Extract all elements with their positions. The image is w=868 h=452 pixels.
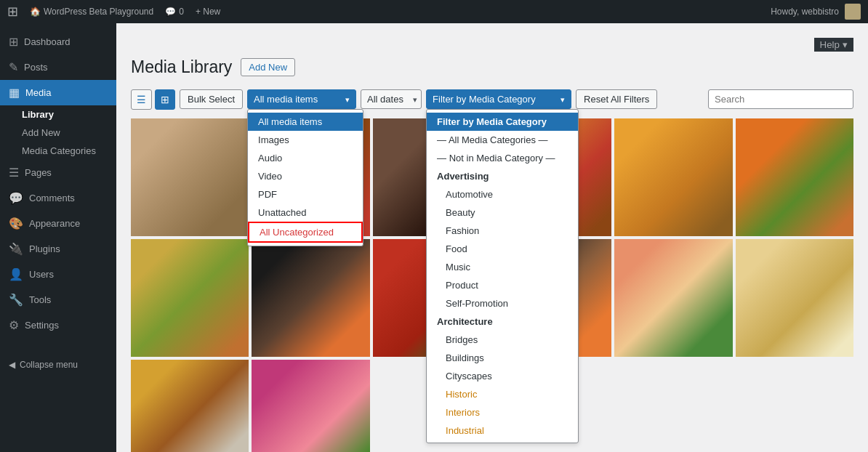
all-media-filter-wrapper: All media items All media items Images A… [247, 89, 356, 109]
top-help-area: Help ▾ [131, 38, 853, 52]
admin-bar-new[interactable]: + New [196, 7, 220, 17]
toolbar: ☰ ⊞ Bulk Select All media items All medi… [131, 89, 853, 110]
settings-icon: ⚙ [9, 318, 19, 332]
view-toggle-group: ☰ ⊞ [131, 89, 175, 110]
list-item[interactable] [131, 360, 249, 452]
thumbnail [252, 360, 369, 452]
sidebar-item-tools[interactable]: 🔧 Tools [0, 287, 116, 312]
cat-item-not-in-cat[interactable]: — Not in Media Category — [427, 149, 578, 167]
add-new-button[interactable]: Add New [241, 58, 295, 76]
list-item[interactable] [736, 118, 853, 236]
list-item[interactable] [252, 239, 369, 357]
thumbnail [736, 239, 853, 357]
comments-icon: 💬 [165, 7, 176, 17]
thumbnail [614, 239, 732, 357]
cat-item-cityscapes[interactable]: Cityscapes [427, 367, 578, 385]
dd-item-images[interactable]: Images [248, 131, 363, 149]
sidebar-item-users[interactable]: 👤 Users [0, 262, 116, 287]
cat-item-food[interactable]: Food [427, 240, 578, 258]
help-button[interactable]: Help ▾ [814, 38, 853, 52]
sidebar-sub-library[interactable]: Library [0, 105, 116, 124]
thumbnail [131, 118, 249, 236]
admin-bar-site[interactable]: 🏠 WordPress Beta Playground [30, 7, 153, 17]
category-filter-button[interactable]: Filter by Media Category [426, 89, 571, 109]
dd-item-all-media[interactable]: All media items [248, 113, 363, 131]
sidebar: ⊞ Dashboard ✎ Posts ▦ Media Library Add … [0, 23, 116, 452]
search-input[interactable] [708, 89, 853, 109]
users-icon: 👤 [9, 267, 23, 281]
admin-bar: ⊞ 🏠 WordPress Beta Playground 💬 0 + New … [0, 0, 868, 23]
comments-sidebar-icon: 💬 [9, 191, 23, 205]
all-media-dropdown: All media items Images Audio Video PDF U… [247, 109, 363, 246]
admin-bar-right: Howdy, webbistro [771, 4, 861, 20]
main-content: Help ▾ Media Library Add New ☰ ⊞ Bulk Se… [116, 23, 868, 452]
home-icon: 🏠 [30, 7, 41, 17]
list-view-button[interactable]: ☰ [131, 89, 152, 110]
dashboard-icon: ⊞ [9, 35, 18, 49]
cat-item-industrial[interactable]: Industrial [427, 421, 578, 440]
cat-item-fashion[interactable]: Fashion [427, 222, 578, 240]
dd-item-all-uncategorized[interactable]: All Uncategorized [248, 222, 363, 243]
cat-item-automotive[interactable]: Automotive [427, 185, 578, 203]
bulk-select-button[interactable]: Bulk Select [180, 89, 243, 109]
list-item[interactable] [614, 239, 732, 357]
sidebar-item-settings[interactable]: ⚙ Settings [0, 312, 116, 338]
dd-item-audio[interactable]: Audio [248, 149, 363, 167]
page-header: Media Library Add New [131, 57, 853, 78]
list-item[interactable] [131, 118, 249, 236]
posts-icon: ✎ [9, 60, 18, 74]
avatar [845, 4, 861, 20]
cat-item-product[interactable]: Product [427, 276, 578, 294]
collapse-menu[interactable]: ◀ Collapse menu [0, 352, 116, 377]
cat-item-all-cats[interactable]: — All Media Categories — [427, 131, 578, 149]
sidebar-item-appearance[interactable]: 🎨 Appearance [0, 211, 116, 236]
admin-bar-comments[interactable]: 💬 0 [165, 7, 184, 17]
list-item[interactable] [614, 118, 732, 236]
sidebar-sub-media-categories[interactable]: Media Categories [0, 142, 116, 160]
wp-logo-icon[interactable]: ⊞ [7, 4, 18, 20]
sidebar-item-media[interactable]: ▦ Media [0, 80, 116, 105]
cat-item-header[interactable]: Filter by Media Category [427, 113, 578, 131]
cat-item-architecture[interactable]: Architecture [427, 312, 578, 331]
thumbnail [736, 118, 853, 236]
sidebar-item-pages[interactable]: ☰ Pages [0, 160, 116, 185]
cat-item-buildings[interactable]: Buildings [427, 349, 578, 367]
dd-item-pdf[interactable]: PDF [248, 185, 363, 203]
sidebar-sub-add-new[interactable]: Add New [0, 124, 116, 142]
cat-item-beauty[interactable]: Beauty [427, 203, 578, 222]
list-item[interactable] [131, 239, 249, 357]
all-dates-filter-wrapper: All dates [361, 89, 422, 109]
cat-item-historic[interactable]: Historic [427, 385, 578, 403]
sidebar-item-plugins[interactable]: 🔌 Plugins [0, 236, 116, 262]
collapse-icon: ◀ [9, 360, 15, 370]
all-media-dropdown-button[interactable]: All media items [247, 89, 356, 109]
appearance-icon: 🎨 [9, 217, 23, 230]
cat-item-advertising[interactable]: Advertising [427, 167, 578, 185]
category-dropdown: Filter by Media Category — All Media Cat… [426, 109, 579, 443]
reset-filters-button[interactable]: Reset All Filters [576, 89, 657, 109]
help-chevron-icon: ▾ [843, 39, 848, 50]
thumbnail [131, 239, 249, 357]
sidebar-item-posts[interactable]: ✎ Posts [0, 55, 116, 80]
sidebar-item-dashboard[interactable]: ⊞ Dashboard [0, 29, 116, 55]
list-item[interactable] [736, 239, 853, 357]
list-item[interactable] [252, 360, 369, 452]
tools-icon: 🔧 [9, 293, 23, 307]
dd-item-video[interactable]: Video [248, 167, 363, 185]
dd-item-unattached[interactable]: Unattached [248, 203, 363, 222]
cat-item-bridges[interactable]: Bridges [427, 331, 578, 349]
category-filter-wrapper: Filter by Media Category Filter by Media… [426, 89, 571, 109]
layout: ⊞ Dashboard ✎ Posts ▦ Media Library Add … [0, 23, 868, 452]
cat-item-interiors[interactable]: Interiors [427, 403, 578, 421]
cat-item-music[interactable]: Music [427, 258, 578, 276]
thumbnail [252, 239, 369, 357]
pages-icon: ☰ [9, 166, 19, 179]
cat-item-self-promotion[interactable]: Self-Promotion [427, 294, 578, 312]
sidebar-item-comments[interactable]: 💬 Comments [0, 185, 116, 211]
thumbnail [131, 360, 249, 452]
plugins-icon: 🔌 [9, 242, 23, 256]
page-title: Media Library [131, 57, 232, 78]
media-icon: ▦ [9, 86, 20, 100]
grid-view-button[interactable]: ⊞ [155, 89, 175, 110]
all-dates-select[interactable]: All dates [361, 89, 422, 109]
